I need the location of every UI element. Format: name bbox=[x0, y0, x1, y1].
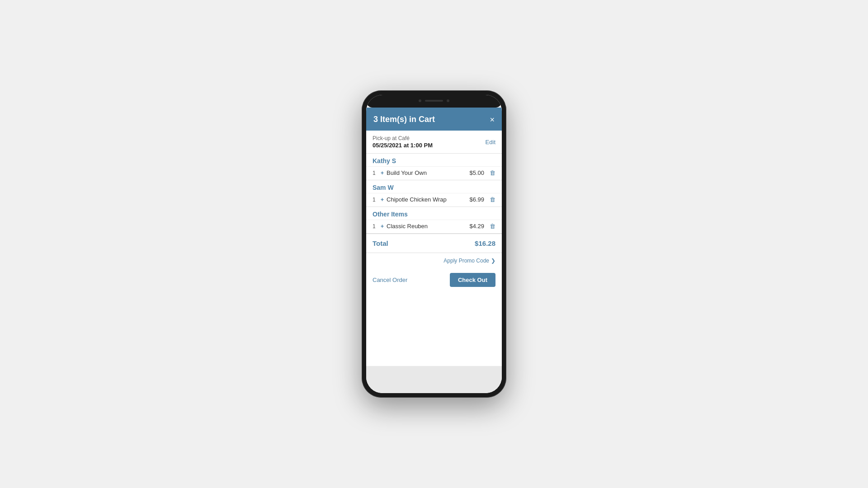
edit-button[interactable]: Edit bbox=[486, 139, 495, 145]
delete-item-icon[interactable]: 🗑 bbox=[490, 169, 495, 176]
pickup-section: Pick-up at Café 05/25/2021 at 1:00 PM Ed… bbox=[366, 131, 502, 154]
phone-frame: 3 Item(s) in Cart × Pick-up at Café 05/2… bbox=[362, 90, 506, 398]
action-buttons: Cancel Order Check Out bbox=[366, 268, 502, 293]
delete-item-icon[interactable]: 🗑 bbox=[490, 196, 495, 203]
phone-bottom-area bbox=[366, 366, 502, 393]
total-amount: $16.28 bbox=[475, 239, 495, 247]
person-section-sam: Sam W 1 + Chipotle Chicken Wrap $6.99 🗑 bbox=[366, 180, 502, 207]
delete-item-icon[interactable]: 🗑 bbox=[490, 223, 495, 230]
notch-dot-right bbox=[447, 99, 449, 102]
promo-code-button[interactable]: Apply Promo Code ❯ bbox=[443, 258, 495, 264]
pickup-info: Pick-up at Café 05/25/2021 at 1:00 PM bbox=[373, 135, 433, 149]
person-name-kathy: Kathy S bbox=[366, 154, 502, 166]
notch-speaker bbox=[425, 100, 443, 102]
cancel-order-button[interactable]: Cancel Order bbox=[373, 277, 407, 283]
promo-section: Apply Promo Code ❯ bbox=[366, 253, 502, 268]
phone-screen: 3 Item(s) in Cart × Pick-up at Café 05/2… bbox=[366, 95, 502, 393]
cart-item-build-your-own: 1 + Build Your Own $5.00 🗑 bbox=[366, 166, 502, 180]
item-qty: 1 bbox=[373, 223, 378, 230]
cart-item-chipotle-wrap: 1 + Chipotle Chicken Wrap $6.99 🗑 bbox=[366, 193, 502, 206]
pickup-date: 05/25/2021 at 1:00 PM bbox=[373, 142, 433, 149]
cart-header: 3 Item(s) in Cart × bbox=[366, 108, 502, 131]
promo-code-label: Apply Promo Code bbox=[443, 258, 489, 264]
cart-title: 3 Item(s) in Cart bbox=[373, 115, 435, 124]
person-section-other: Other Items 1 + Classic Reuben $4.29 🗑 bbox=[366, 207, 502, 234]
cart-body: Pick-up at Café 05/25/2021 at 1:00 PM Ed… bbox=[366, 131, 502, 366]
item-plus-icon[interactable]: + bbox=[381, 197, 384, 203]
promo-chevron-icon: ❯ bbox=[491, 258, 495, 264]
item-plus-icon[interactable]: + bbox=[381, 223, 384, 230]
item-qty: 1 bbox=[373, 170, 378, 176]
phone-notch bbox=[366, 95, 502, 108]
item-name: Chipotle Chicken Wrap bbox=[387, 196, 467, 203]
item-name: Build Your Own bbox=[387, 169, 467, 176]
notch-dot-left bbox=[419, 99, 421, 102]
total-label: Total bbox=[373, 239, 388, 247]
close-button[interactable]: × bbox=[490, 116, 495, 124]
item-price: $5.00 bbox=[469, 169, 484, 176]
item-price: $4.29 bbox=[469, 223, 484, 230]
cart-item-classic-reuben: 1 + Classic Reuben $4.29 🗑 bbox=[366, 220, 502, 233]
person-name-other: Other Items bbox=[366, 207, 502, 220]
pickup-label: Pick-up at Café bbox=[373, 135, 433, 141]
item-price: $6.99 bbox=[469, 196, 484, 203]
person-section-kathy: Kathy S 1 + Build Your Own $5.00 🗑 bbox=[366, 154, 502, 180]
item-qty: 1 bbox=[373, 197, 378, 203]
person-name-sam: Sam W bbox=[366, 180, 502, 193]
checkout-button[interactable]: Check Out bbox=[450, 273, 495, 287]
app-content: 3 Item(s) in Cart × Pick-up at Café 05/2… bbox=[366, 108, 502, 393]
item-plus-icon[interactable]: + bbox=[381, 170, 384, 176]
item-name: Classic Reuben bbox=[387, 223, 467, 230]
total-section: Total $16.28 bbox=[366, 234, 502, 253]
